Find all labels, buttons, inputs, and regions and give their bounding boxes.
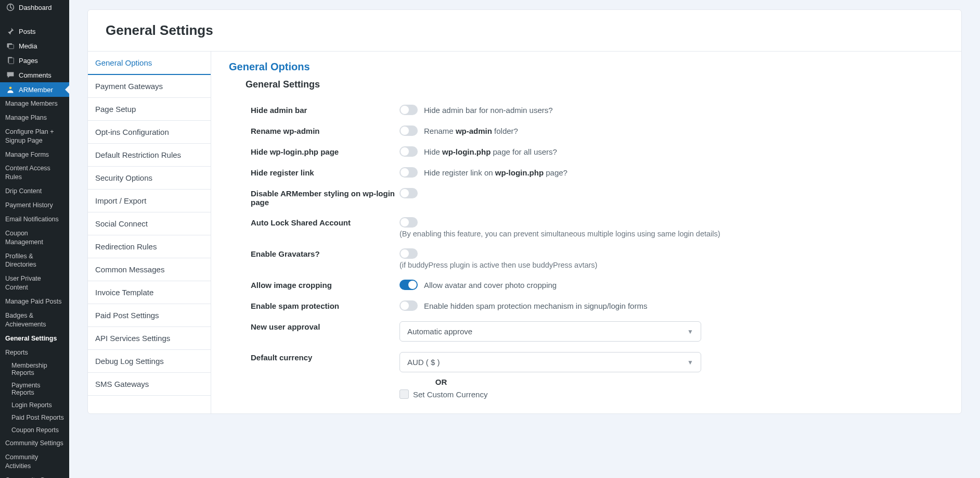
armember-sub-item[interactable]: Coupon Management [0, 227, 69, 249]
reports-submenu: Membership ReportsPayments ReportsLogin … [0, 359, 69, 436]
settings-tab[interactable]: Opt-ins Configuration [88, 121, 211, 144]
reports-sub-item[interactable]: Membership Reports [0, 359, 69, 379]
toggle-allow-cropping[interactable] [399, 280, 418, 290]
sub-section-title: General Settings [229, 79, 944, 90]
setting-label: Hide register link [251, 167, 399, 177]
armember-icon [5, 85, 16, 94]
setting-desc: Allow avatar and cover photo cropping [424, 281, 557, 290]
dashboard-icon [5, 3, 16, 11]
menu-posts[interactable]: Posts [0, 24, 69, 39]
row-allow-cropping: Allow image cropping Allow avatar and co… [229, 274, 944, 295]
settings-content: General Options General Settings Hide ad… [211, 52, 961, 413]
settings-tab[interactable]: Paid Post Settings [88, 304, 211, 327]
dropdown-value: AUD ( $ ) [407, 358, 440, 367]
row-auto-lock: Auto Lock Shared Account (By enabling th… [229, 212, 944, 243]
armember-tail-menu: Community SettingsCommunity ActivitiesCo… [0, 436, 69, 478]
setting-desc: Hide wp-login.php page for all users? [424, 147, 557, 156]
settings-tab[interactable]: Social Connect [88, 212, 211, 235]
setting-label: Default currency [251, 352, 399, 362]
armember-sub-item[interactable]: Badges & Achievements [0, 309, 69, 332]
menu-comments[interactable]: Comments [0, 68, 69, 82]
settings-tab[interactable]: Payment Gateways [88, 75, 211, 98]
armember-sub-item[interactable]: User Private Content [0, 272, 69, 295]
toggle-disable-styling[interactable] [399, 188, 418, 198]
menu-media[interactable]: Media [0, 39, 69, 53]
reports-sub-item[interactable]: Paid Post Reports [0, 411, 69, 424]
armember-sub-item[interactable]: General Settings [0, 332, 69, 346]
settings-tab[interactable]: Redirection Rules [88, 235, 211, 258]
setting-label: Hide admin bar [251, 105, 399, 115]
armember-sub-item[interactable]: Manage Plans [0, 111, 69, 125]
menu-dashboard[interactable]: Dashboard [0, 0, 69, 15]
settings-tab[interactable]: Import / Export [88, 190, 211, 212]
toggle-enable-spam[interactable] [399, 300, 418, 311]
armember-submenu: Manage MembersManage PlansConfigure Plan… [0, 97, 69, 359]
comment-icon [5, 71, 16, 79]
armember-sub-item[interactable]: Manage Forms [0, 148, 69, 162]
toggle-hide-register-link[interactable] [399, 167, 418, 178]
row-hide-admin-bar: Hide admin bar Hide admin bar for non-ad… [229, 99, 944, 120]
settings-tab[interactable]: Debug Log Settings [88, 350, 211, 373]
toggle-rename-wp-admin[interactable] [399, 125, 418, 136]
checkbox-label: Set Custom Currency [413, 390, 487, 399]
setting-desc: Enable hidden spam protection mechanism … [424, 301, 647, 310]
page-icon [5, 56, 16, 65]
toggle-hide-wp-login[interactable] [399, 146, 418, 157]
toggle-hide-admin-bar[interactable] [399, 105, 418, 115]
setting-label: Enable spam protection [251, 300, 399, 310]
settings-tab[interactable]: Common Messages [88, 258, 211, 281]
toggle-enable-gravatars[interactable] [399, 248, 418, 259]
svg-rect-4 [9, 58, 14, 64]
menu-armember[interactable]: ARMember [0, 82, 69, 97]
panel-header: General Settings [88, 10, 961, 52]
menu-label: Dashboard [19, 4, 52, 11]
armember-sub-item[interactable]: Community Groups [0, 473, 69, 478]
menu-label: Pages [19, 57, 38, 65]
armember-sub-item[interactable]: Configure Plan + Signup Page [0, 125, 69, 148]
armember-sub-item[interactable]: Content Access Rules [0, 161, 69, 184]
armember-sub-item[interactable]: Profiles & Directories [0, 249, 69, 272]
armember-sub-item[interactable]: Manage Members [0, 97, 69, 111]
menu-label: Media [19, 42, 37, 50]
dropdown-new-user-approval[interactable]: Automatic approve ▼ [399, 321, 701, 342]
armember-sub-item[interactable]: Reports [0, 346, 69, 360]
armember-sub-item[interactable]: Drip Content [0, 184, 69, 198]
settings-tab[interactable]: General Options [88, 52, 211, 75]
row-default-currency: Default currency AUD ( $ ) ▼ OR Set Cust… [229, 347, 944, 404]
setting-help: (By enabling this feature, you can preve… [399, 230, 944, 238]
armember-sub-item[interactable]: Community Activities [0, 450, 69, 473]
row-rename-wp-admin: Rename wp-admin Rename wp-admin folder? [229, 120, 944, 141]
row-enable-spam: Enable spam protection Enable hidden spa… [229, 295, 944, 316]
toggle-auto-lock[interactable] [399, 217, 418, 228]
settings-tab[interactable]: SMS Gateways [88, 373, 211, 396]
menu-pages[interactable]: Pages [0, 53, 69, 68]
setting-desc: Hide register link on wp-login.php page? [424, 168, 568, 177]
row-hide-wp-login: Hide wp-login.php page Hide wp-login.php… [229, 141, 944, 162]
setting-label: Allow image cropping [251, 280, 399, 290]
armember-sub-item[interactable]: Payment History [0, 198, 69, 212]
settings-tab[interactable]: Invoice Template [88, 281, 211, 304]
row-disable-styling: Disable ARMember styling on wp-login pag… [229, 183, 944, 212]
settings-panel: General Settings General OptionsPayment … [87, 9, 962, 414]
reports-sub-item[interactable]: Coupon Reports [0, 424, 69, 436]
setting-help: (if buddyPress plugin is active then use… [399, 261, 944, 269]
content-area: General Settings General OptionsPayment … [69, 0, 980, 478]
settings-tab[interactable]: Page Setup [88, 98, 211, 121]
row-hide-register-link: Hide register link Hide register link on… [229, 162, 944, 183]
menu-label: ARMember [19, 86, 53, 94]
dropdown-default-currency[interactable]: AUD ( $ ) ▼ [399, 352, 701, 372]
settings-tab[interactable]: Default Restriction Rules [88, 144, 211, 167]
reports-sub-item[interactable]: Login Reports [0, 399, 69, 411]
reports-sub-item[interactable]: Payments Reports [0, 379, 69, 399]
armember-sub-item[interactable]: Manage Paid Posts [0, 295, 69, 309]
setting-desc: Hide admin bar for non-admin users? [424, 106, 553, 115]
setting-label: Disable ARMember styling on wp-login pag… [251, 188, 399, 207]
row-enable-gravatars: Enable Gravatars? (if buddyPress plugin … [229, 243, 944, 274]
settings-tab[interactable]: Security Options [88, 167, 211, 190]
wp-admin-sidebar: Dashboard Posts Media Pages Comments [0, 0, 69, 478]
settings-tab[interactable]: API Services Settings [88, 327, 211, 350]
checkbox-custom-currency[interactable] [399, 389, 409, 399]
armember-sub-item[interactable]: Email Notifications [0, 212, 69, 227]
armember-sub-item[interactable]: Community Settings [0, 436, 69, 450]
menu-label: Comments [19, 71, 51, 79]
